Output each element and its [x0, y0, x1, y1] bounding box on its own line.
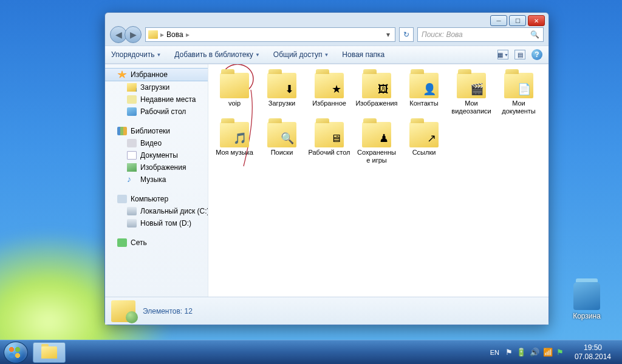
breadcrumb-sep: ▸ [186, 30, 190, 39]
search-placeholder: Поиск: Вова [422, 30, 463, 39]
folder-label: Загрузки [261, 99, 303, 107]
nav-forward-button[interactable]: ▶ [125, 26, 142, 43]
folder-item[interactable]: ⬇Загрузки [259, 70, 304, 117]
organize-menu[interactable]: Упорядочить▼ [111, 50, 161, 59]
tray-battery-icon[interactable]: 🔋 [516, 348, 526, 357]
folder-icon: 🔍 [267, 122, 296, 147]
sidebar-item-downloads[interactable]: Загрузки [105, 81, 208, 93]
pictures-icon [127, 163, 137, 172]
minimize-button[interactable]: ─ [490, 15, 507, 26]
folder-label: Избранное [308, 99, 350, 107]
sidebar-network-head[interactable]: Сеть [105, 237, 208, 249]
overlay-icon: 🎵 [233, 132, 247, 145]
sidebar-item-desktop[interactable]: Рабочий стол [105, 106, 208, 118]
sidebar-item-pictures[interactable]: Изображения [105, 161, 208, 174]
sidebar-favorites-head[interactable]: Избранное [105, 68, 208, 81]
folder-icon: 👤 [409, 73, 439, 98]
taskbar: EN ⚑ 🔋 🔊 📶 ⚑ 19:50 07.08.2014 [0, 340, 622, 364]
status-text: Элементов: 12 [143, 307, 193, 315]
folder-icon: ↗ [409, 122, 439, 147]
language-indicator[interactable]: EN [490, 349, 499, 356]
sidebar-item-recent[interactable]: Недавние места [105, 93, 208, 106]
overlay-icon: ★ [332, 83, 341, 96]
sidebar-item-drive-c[interactable]: Локальный диск (C:) [105, 205, 208, 217]
network-icon [117, 238, 127, 247]
system-tray: EN ⚑ 🔋 🔊 📶 ⚑ 19:50 07.08.2014 [490, 343, 622, 361]
sidebar-item-music[interactable]: ♪Музыка [105, 174, 208, 186]
folder-item[interactable]: voip [212, 70, 257, 117]
clock-time: 19:50 [575, 343, 611, 352]
share-menu[interactable]: Общий доступ▼ [273, 50, 329, 59]
tray-network-icon[interactable]: 📶 [543, 348, 553, 357]
taskbar-clock[interactable]: 19:50 07.08.2014 [570, 343, 616, 361]
tray-flag-icon[interactable]: ⚑ [505, 348, 513, 357]
sidebar-item-drive-d[interactable]: Новый том (D:) [105, 217, 208, 229]
explorer-window: ─ ☐ ✕ ◀ ▶ ▸ Вова ▸ ▾ ↻ Поиск: Вова 🔍 Упо… [104, 12, 549, 325]
folder-item[interactable]: ★Избранное [307, 70, 352, 117]
overlay-icon: 🖥 [330, 132, 341, 145]
details-thumb-icon [111, 300, 135, 322]
folder-item[interactable]: 🎵Моя музыка [212, 120, 257, 166]
help-button[interactable]: ? [531, 49, 542, 60]
sidebar-libraries-head[interactable]: Библиотеки [105, 125, 208, 137]
overlay-icon: 👤 [423, 83, 436, 96]
address-dropdown-icon[interactable]: ▾ [384, 30, 392, 39]
folder-item[interactable]: 🔍Поиски [259, 120, 304, 166]
folder-icon: 🖥 [315, 122, 344, 147]
tray-security-icon[interactable]: ⚑ [556, 348, 564, 357]
folder-icon [220, 73, 249, 98]
overlay-icon: 🎬 [470, 83, 484, 96]
folder-item[interactable]: 🖥Рабочий стол [307, 120, 352, 166]
folder-item[interactable]: 🎬Мои видеозаписи [449, 70, 494, 117]
folder-icon: ⬇ [267, 73, 296, 98]
document-icon [127, 151, 137, 160]
sidebar-computer-head[interactable]: Компьютер [105, 193, 208, 205]
content-pane[interactable]: voip⬇Загрузки★Избранное🖼Изображения👤Конт… [208, 64, 549, 297]
include-menu[interactable]: Добавить в библиотеку▼ [174, 50, 259, 59]
folder-label: Рабочий стол [308, 149, 350, 157]
folder-item[interactable]: 👤Контакты [402, 70, 446, 117]
address-bar[interactable]: ▸ Вова ▸ ▾ [145, 27, 395, 42]
sidebar-item-documents[interactable]: Документы [105, 149, 208, 161]
folder-item[interactable]: 🖼Изображения [354, 70, 399, 117]
explorer-body: Избранное Загрузки Недавние места Рабочи… [105, 64, 549, 297]
folder-icon: 🎬 [457, 73, 486, 98]
sidebar-item-videos[interactable]: Видео [105, 137, 208, 149]
start-button[interactable] [4, 342, 28, 363]
preview-pane-button[interactable]: ▤ [514, 50, 525, 59]
folder-item[interactable]: ↗Ссылки [402, 120, 446, 166]
folder-label: Изображения [355, 99, 398, 107]
folder-icon: ★ [315, 73, 344, 98]
tray-volume-icon[interactable]: 🔊 [530, 348, 539, 357]
maximize-button[interactable]: ☐ [509, 15, 526, 26]
search-input[interactable]: Поиск: Вова 🔍 [417, 27, 544, 42]
recycle-bin-label: Корзина [569, 312, 605, 320]
close-button[interactable]: ✕ [528, 15, 545, 26]
taskbar-app-explorer[interactable] [33, 342, 66, 363]
window-titlebar[interactable]: ─ ☐ ✕ [105, 13, 549, 26]
folder-label: Поиски [261, 149, 303, 157]
folder-label: Сохраненные игры [355, 149, 398, 164]
new-folder-button[interactable]: Новая папка [342, 50, 384, 59]
music-icon: ♪ [127, 175, 137, 184]
desktop-recycle-bin[interactable]: Корзина [569, 282, 605, 320]
refresh-button[interactable]: ↻ [399, 27, 414, 42]
view-options-button[interactable]: ▦▼ [497, 50, 508, 59]
star-icon [117, 70, 127, 79]
downloads-icon [127, 83, 137, 92]
folder-icon: ♟ [362, 122, 391, 147]
folder-item[interactable]: ♟Сохраненные игры [354, 120, 399, 166]
folder-icon [41, 346, 57, 359]
search-icon: 🔍 [530, 30, 539, 39]
details-pane: Элементов: 12 [105, 297, 549, 325]
breadcrumb-root[interactable]: Вова [166, 30, 183, 39]
folder-label: voip [213, 99, 256, 107]
folder-item[interactable]: 📄Мои документы [496, 70, 541, 117]
folder-icon: 🎵 [220, 122, 249, 147]
clock-date: 07.08.2014 [575, 352, 611, 361]
overlay-icon: 📄 [518, 83, 531, 96]
drive-icon [127, 207, 137, 215]
overlay-icon: ⬇ [285, 83, 294, 96]
overlay-icon: 🖼 [378, 83, 389, 96]
recent-icon [127, 95, 137, 104]
